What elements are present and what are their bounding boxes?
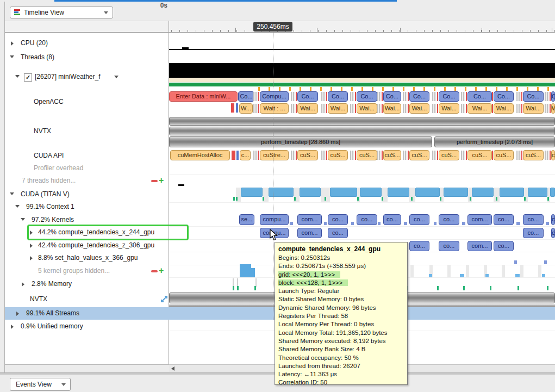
kernel-block-compute-z[interactable]: com... — [467, 241, 492, 251]
openacc-range[interactable]: Co... — [357, 91, 377, 102]
gpu-activity-block[interactable] — [500, 188, 524, 197]
tree-expander-icon[interactable] — [10, 55, 14, 58]
openacc-range[interactable]: Co... — [297, 91, 318, 102]
kernel-block-compute-z[interactable]: co... — [409, 241, 429, 251]
gpu-activity-block[interactable] — [444, 188, 468, 197]
memory-transfer-block[interactable] — [251, 268, 255, 277]
gpu-activity-block[interactable] — [415, 188, 440, 197]
openacc-wait-range[interactable]: Wai... — [551, 103, 555, 114]
kernel-block[interactable]: compu... — [260, 214, 289, 225]
kernel-block-compute-x[interactable]: co... — [551, 228, 555, 238]
sidebar-item[interactable]: 97.2% Kernels — [32, 216, 74, 223]
sidebar-item[interactable]: 0.9% Unified memory — [21, 322, 83, 330]
gpu-activity-block[interactable] — [528, 188, 547, 197]
kernel-block[interactable]: co... — [551, 214, 555, 225]
kernel-block-compute-x[interactable]: co... — [328, 228, 348, 238]
sidebar-item[interactable]: 5 kernel groups hidden... — [38, 267, 110, 275]
tree-expander-icon[interactable] — [15, 75, 20, 78]
thread-checkbox[interactable]: ✓ — [24, 73, 32, 82]
cuda-api-call[interactable]: cuStre... — [260, 150, 289, 160]
sidebar-item[interactable]: Threads (8) — [21, 53, 54, 61]
openacc-wait-range[interactable]: Wai... — [297, 103, 318, 114]
openacc-range[interactable]: Enter Data : miniW... — [169, 91, 238, 102]
cuda-api-call[interactable]: cuS... — [551, 150, 555, 160]
kernel-block[interactable]: co... — [523, 214, 544, 225]
cuda-api-call[interactable]: cuS... — [467, 150, 492, 160]
sidebar-item[interactable]: 42.4% compute_tendencies_z_306_gpu — [38, 241, 154, 249]
sidebar-item[interactable]: [26207] miniWeather_f — [35, 73, 101, 80]
cuda-api-call[interactable]: cuS... — [328, 150, 348, 160]
sidebar-item[interactable]: OpenACC — [34, 98, 64, 105]
gpu-activity-block[interactable] — [241, 188, 263, 197]
show-rows-icon[interactable]: + — [159, 177, 164, 184]
kernel-block-compute-x[interactable]: com... — [297, 228, 322, 238]
kernel-block[interactable]: co... — [357, 214, 377, 225]
kernel-block[interactable]: co... — [494, 214, 514, 225]
cuda-api-call[interactable]: cuS... — [297, 150, 318, 160]
gpu-activity-block[interactable] — [388, 188, 409, 197]
cuda-api-call[interactable]: cuS... — [523, 150, 544, 160]
nvtx-range-bar[interactable] — [169, 127, 555, 135]
openacc-range[interactable]: Co... — [523, 91, 544, 102]
openacc-range[interactable]: Co... — [494, 91, 514, 102]
cuda-api-call[interactable]: c... — [240, 150, 251, 160]
kernel-block[interactable]: co... — [383, 214, 401, 225]
gpu-activity-block[interactable] — [472, 188, 494, 197]
sidebar-item[interactable]: CPU (20) — [21, 39, 48, 47]
show-rows-icon[interactable]: + — [159, 267, 164, 274]
nvtx-range-bar[interactable]: perform_timestep [2.073 ms] — [434, 136, 555, 147]
gpu-activity-block[interactable] — [550, 188, 555, 197]
gpu-activity-block[interactable] — [269, 188, 294, 197]
sidebar-item[interactable]: 7 threads hidden... — [22, 177, 76, 184]
thread-options-caret[interactable] — [114, 76, 119, 78]
openacc-wait-range[interactable]: W... — [239, 103, 253, 114]
tree-expander-icon[interactable] — [16, 312, 19, 316]
nvtx-range-bar[interactable]: perform_timestep [28.860 ms] — [169, 136, 432, 147]
tree-expander-icon[interactable] — [30, 256, 33, 260]
openacc-wait-range[interactable]: Wai... — [357, 103, 377, 114]
openacc-wait-range[interactable]: Wai... — [467, 103, 492, 114]
timeline-view-selector[interactable]: Timeline View — [10, 7, 113, 18]
memory-transfer-block[interactable] — [240, 264, 251, 277]
openacc-wait-range[interactable]: Wait : ... — [260, 103, 289, 114]
sidebar-item[interactable]: 2.8% Memory — [32, 280, 72, 288]
openacc-range[interactable]: Co... — [551, 91, 555, 102]
openacc-wait-range[interactable]: Wai... — [409, 103, 429, 114]
tree-expander-icon[interactable] — [11, 325, 14, 329]
kernel-block-compute-x[interactable]: co... — [523, 228, 544, 238]
openacc-wait-range[interactable]: Wai... — [494, 103, 514, 114]
kernel-block[interactable]: co... — [409, 214, 429, 225]
sidebar-item[interactable]: 99.1% Context 1 — [26, 203, 74, 210]
cuda-api-call[interactable]: cuMemHostAlloc — [170, 150, 230, 160]
nvtx-range-bar[interactable] — [169, 117, 555, 126]
kernel-block-compute-z[interactable]: co... — [439, 241, 459, 251]
sidebar-item[interactable]: CUDA (TITAN V) — [21, 190, 70, 198]
sidebar-item[interactable]: Profiler overhead — [34, 164, 83, 172]
tree-expander-icon[interactable] — [22, 282, 24, 287]
cuda-api-call[interactable]: cuS... — [409, 150, 429, 160]
kernel-block[interactable]: co... — [439, 214, 459, 225]
openacc-wait-range[interactable]: Wai... — [439, 103, 459, 114]
gpu-activity-block[interactable] — [360, 188, 382, 197]
openacc-wait-range[interactable]: Wai... — [328, 103, 348, 114]
tree-expander-icon[interactable] — [11, 41, 14, 46]
openacc-range[interactable]: Co... — [238, 91, 254, 102]
cuda-api-call[interactable]: cuS... — [494, 150, 514, 160]
sidebar-item[interactable]: 8.8% set_halo_values_x_366_gpu — [38, 254, 138, 262]
scroll-left-arrow-icon[interactable] — [171, 366, 174, 371]
openacc-range[interactable]: Co... — [439, 91, 459, 102]
sidebar-item[interactable]: NVTX — [30, 295, 47, 303]
gpu-activity-block[interactable] — [330, 188, 357, 197]
sidebar-item[interactable]: NVTX — [34, 127, 51, 135]
openacc-wait-range[interactable]: Wai... — [523, 103, 544, 114]
tree-expander-icon[interactable] — [15, 205, 20, 208]
sidebar-item[interactable]: 99.1% All Streams — [26, 309, 79, 317]
cuda-api-call[interactable]: cuS... — [439, 150, 459, 160]
openacc-range[interactable]: Co... — [328, 91, 348, 102]
kernel-block[interactable]: com... — [297, 214, 322, 225]
kernel-block[interactable]: se... — [239, 214, 254, 225]
expand-row-icon[interactable] — [160, 295, 169, 303]
kernel-block[interactable]: co... — [328, 214, 348, 225]
events-view-selector[interactable]: Events View — [10, 378, 71, 391]
openacc-range[interactable]: Co... — [383, 91, 401, 102]
